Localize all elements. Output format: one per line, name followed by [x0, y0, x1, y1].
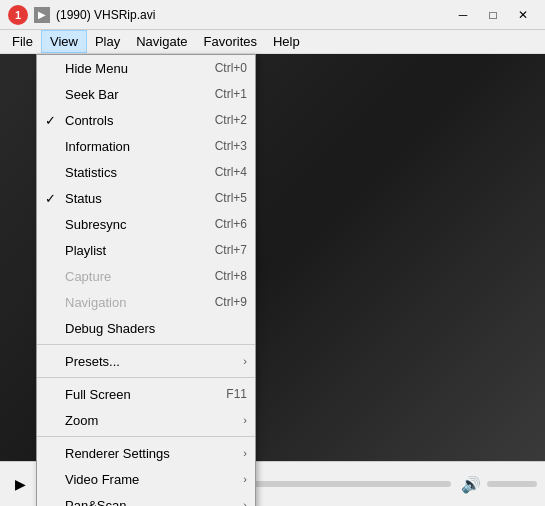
shortcut-label: Ctrl+2 — [215, 113, 247, 127]
menu-item-information[interactable]: InformationCtrl+3 — [37, 133, 255, 159]
shortcut-label: Ctrl+3 — [215, 139, 247, 153]
shortcut-label: Ctrl+4 — [215, 165, 247, 179]
menu-item-label: Debug Shaders — [65, 321, 155, 336]
menu-item-pan-scan[interactable]: Pan&Scan› — [37, 492, 255, 506]
app-icon: ▶ — [34, 7, 50, 23]
menu-item-label: Controls — [65, 113, 113, 128]
menu-favorites[interactable]: Favorites — [196, 30, 265, 53]
menu-bar: File View Play Navigate Favorites Help — [0, 30, 545, 54]
view-dropdown: Hide MenuCtrl+0Seek BarCtrl+1✓ControlsCt… — [36, 54, 256, 506]
menu-item-video-frame[interactable]: Video Frame› — [37, 466, 255, 492]
menu-item-label: Full Screen — [65, 387, 131, 402]
volume-bar[interactable] — [487, 481, 537, 487]
menu-item-label: Playlist — [65, 243, 106, 258]
menu-item-renderer-settings[interactable]: Renderer Settings› — [37, 440, 255, 466]
shortcut-label: Ctrl+9 — [215, 295, 247, 309]
volume-icon: 🔊 — [461, 475, 481, 494]
shortcut-label: Ctrl+6 — [215, 217, 247, 231]
window-title: (1990) VHSRip.avi — [56, 8, 449, 22]
menu-item-capture: CaptureCtrl+8 — [37, 263, 255, 289]
menu-divider — [37, 344, 255, 345]
menu-item-seek-bar[interactable]: Seek BarCtrl+1 — [37, 81, 255, 107]
shortcut-label: Ctrl+7 — [215, 243, 247, 257]
menu-item-debug-shaders[interactable]: Debug Shaders — [37, 315, 255, 341]
menu-item-navigation: NavigationCtrl+9 — [37, 289, 255, 315]
submenu-arrow-icon: › — [243, 499, 247, 506]
shortcut-label: Ctrl+1 — [215, 87, 247, 101]
menu-help[interactable]: Help — [265, 30, 308, 53]
menu-play[interactable]: Play — [87, 30, 128, 53]
menu-item-full-screen[interactable]: Full ScreenF11 — [37, 381, 255, 407]
menu-item-statistics[interactable]: StatisticsCtrl+4 — [37, 159, 255, 185]
submenu-arrow-icon: › — [243, 355, 247, 367]
menu-item-label: Information — [65, 139, 130, 154]
menu-item-label: Renderer Settings — [65, 446, 170, 461]
menu-item-label: Navigation — [65, 295, 126, 310]
menu-item-label: Seek Bar — [65, 87, 118, 102]
maximize-button[interactable]: □ — [479, 5, 507, 25]
menu-item-status[interactable]: ✓StatusCtrl+5 — [37, 185, 255, 211]
close-button[interactable]: ✕ — [509, 5, 537, 25]
submenu-arrow-icon: › — [243, 447, 247, 459]
menu-divider — [37, 436, 255, 437]
menu-item-label: Hide Menu — [65, 61, 128, 76]
menu-item-subresync[interactable]: SubresyncCtrl+6 — [37, 211, 255, 237]
shortcut-label: F11 — [226, 387, 247, 401]
menu-item-label: Zoom — [65, 413, 98, 428]
menu-item-label: Status — [65, 191, 102, 206]
menu-item-hide-menu[interactable]: Hide MenuCtrl+0 — [37, 55, 255, 81]
shortcut-label: Ctrl+8 — [215, 269, 247, 283]
menu-item-label: Presets... — [65, 354, 120, 369]
menu-item-zoom[interactable]: Zoom› — [37, 407, 255, 433]
submenu-arrow-icon: › — [243, 473, 247, 485]
menu-divider — [37, 377, 255, 378]
menu-item-presets[interactable]: Presets...› — [37, 348, 255, 374]
menu-item-label: Pan&Scan — [65, 498, 126, 507]
minimize-button[interactable]: ─ — [449, 5, 477, 25]
submenu-arrow-icon: › — [243, 414, 247, 426]
menu-view[interactable]: View — [41, 30, 87, 53]
menu-file[interactable]: File — [4, 30, 41, 53]
shortcut-label: Ctrl+0 — [215, 61, 247, 75]
checkmark-icon: ✓ — [45, 113, 56, 128]
title-bar: 1 ▶ (1990) VHSRip.avi ─ □ ✕ — [0, 0, 545, 30]
badge-1: 1 — [8, 5, 28, 25]
menu-item-label: Capture — [65, 269, 111, 284]
play-button[interactable]: ▶ — [8, 472, 32, 496]
window-controls: ─ □ ✕ — [449, 5, 537, 25]
menu-item-label: Subresync — [65, 217, 126, 232]
menu-item-controls[interactable]: ✓ControlsCtrl+2 — [37, 107, 255, 133]
menu-navigate[interactable]: Navigate — [128, 30, 195, 53]
checkmark-icon: ✓ — [45, 191, 56, 206]
menu-item-playlist[interactable]: PlaylistCtrl+7 — [37, 237, 255, 263]
menu-item-label: Statistics — [65, 165, 117, 180]
shortcut-label: Ctrl+5 — [215, 191, 247, 205]
menu-item-label: Video Frame — [65, 472, 139, 487]
